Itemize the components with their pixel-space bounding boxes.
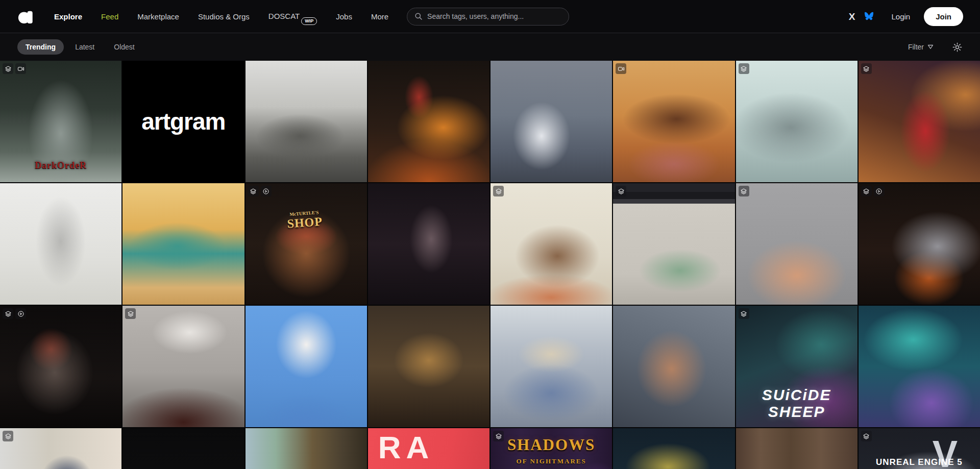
artwork-image (736, 183, 857, 305)
artwork-tile-train-interior[interactable] (491, 306, 612, 427)
nav-item-doscat[interactable]: DOSCATWIP (268, 12, 317, 21)
artwork-image (859, 183, 980, 305)
artwork-image (859, 428, 980, 469)
layers-icon (125, 308, 136, 319)
nav-item-marketplace[interactable]: Marketplace (137, 12, 179, 21)
artwork-tile-dragon-sculpt[interactable] (859, 183, 980, 305)
video-icon (15, 63, 26, 74)
join-button[interactable]: Join (924, 7, 963, 26)
search-input[interactable] (427, 12, 561, 20)
search-icon (414, 12, 423, 20)
main-nav: ExploreFeedMarketplaceStudios & OrgsDOSC… (54, 12, 388, 21)
artwork-tile-witch-rider[interactable] (368, 306, 489, 427)
artwork-tile-red-agent-poster[interactable]: RA (368, 428, 489, 469)
artwork-image (491, 183, 612, 305)
bluesky-icon[interactable] (864, 12, 874, 21)
artwork-image (246, 183, 367, 305)
artwork-tile-grove-creature[interactable] (246, 428, 367, 469)
artwork-image (736, 306, 857, 427)
layers-icon (739, 308, 749, 319)
artwork-tile-clay-hands[interactable] (736, 183, 857, 305)
top-navbar: ExploreFeedMarketplaceStudios & OrgsDOSC… (0, 0, 980, 33)
artwork-tile-elf-and-wolf[interactable] (0, 428, 121, 469)
artwork-image (736, 428, 857, 469)
artwork-image (859, 306, 980, 427)
tile-badges (3, 308, 26, 319)
artwork-tile-dark-order-boy[interactable]: DarkOrdeR (0, 61, 121, 182)
bluesky-butterfly-glyph (864, 12, 874, 21)
artwork-tile-shadows-of-nightmares[interactable]: SHADOWSOF NIGHTMARES (491, 428, 612, 469)
artwork-image (613, 306, 734, 427)
artwork-tile-red-demon[interactable] (859, 61, 980, 182)
tab-trending[interactable]: Trending (17, 39, 64, 55)
artwork-image (859, 61, 980, 182)
artwork-image (122, 306, 244, 427)
play-icon (874, 186, 885, 196)
tile-badges (616, 186, 626, 196)
artwork-tile-figure-sketch[interactable] (0, 183, 121, 305)
layers-icon (616, 186, 626, 196)
artwork-tile-desert-wreck[interactable] (246, 61, 367, 182)
artwork-tile-caped-demon[interactable] (0, 306, 121, 427)
artwork-tile-suicide-sheep[interactable]: SUiCiDESHEEP (736, 306, 857, 427)
tile-badges (493, 186, 504, 196)
artwork-image (736, 61, 857, 182)
tile-badges (248, 186, 272, 196)
tile-badges (3, 431, 13, 441)
artwork-tile-cyborg-fire[interactable] (368, 61, 489, 182)
artwork-tile-classic-car[interactable] (122, 306, 244, 427)
artwork-image (122, 428, 244, 469)
filter-dropdown[interactable]: Filter (908, 43, 934, 51)
artwork-tile-artgram-wordmark[interactable]: artgram (122, 61, 244, 182)
artwork-image (613, 428, 734, 469)
search-bar[interactable] (407, 8, 569, 26)
tab-oldest[interactable]: Oldest (106, 39, 142, 55)
artgram-logo[interactable] (17, 9, 37, 24)
artwork-image (368, 306, 489, 427)
artwork-tile-lion-meadow[interactable] (491, 183, 612, 305)
artwork-tile-unreal-graffiti-car[interactable]: VUNREAL ENGINE 5 (859, 428, 980, 469)
tile-badges (125, 308, 136, 319)
nav-item-jobs[interactable]: Jobs (336, 12, 352, 21)
layers-icon (248, 186, 259, 196)
tile-badges (739, 308, 749, 319)
artwork-tile-spider-mech[interactable] (736, 61, 857, 182)
login-link[interactable]: Login (891, 12, 910, 21)
artwork-tile-black-hair-back[interactable] (122, 428, 244, 469)
artwork-tile-werewolf-brawl[interactable] (613, 306, 734, 427)
artwork-image (246, 428, 367, 469)
artwork-tile-white-hair-girl[interactable] (246, 306, 367, 427)
play-icon (15, 308, 26, 319)
layers-icon (861, 63, 872, 74)
artwork-image (491, 61, 612, 182)
tile-badges (861, 431, 872, 441)
x-twitter-icon[interactable]: X (849, 12, 855, 21)
artwork-image (368, 183, 489, 305)
layers-icon (739, 186, 749, 196)
layers-icon (3, 63, 13, 74)
tile-badges (739, 63, 749, 74)
settings-gear-icon[interactable] (952, 42, 963, 53)
artwork-image (246, 306, 367, 427)
artwork-tile-turtle-shop[interactable]: McTURTLE'SSHOP (246, 183, 367, 305)
artwork-image (368, 428, 489, 469)
nav-item-feed[interactable]: Feed (101, 12, 118, 21)
nav-item-explore[interactable]: Explore (54, 12, 82, 21)
artwork-tile-pale-portrait[interactable] (368, 183, 489, 305)
artwork-tile-wave-runner[interactable] (122, 183, 244, 305)
artwork-tile-floating-rock[interactable] (613, 61, 734, 182)
layers-icon (861, 186, 872, 196)
artwork-image (246, 61, 367, 182)
artwork-tile-station-crowd[interactable] (491, 61, 612, 182)
artwork-tile-sea-nymph[interactable] (859, 306, 980, 427)
feed-filter-bar: TrendingLatestOldest Filter (0, 33, 980, 61)
video-icon (616, 63, 626, 74)
nav-item-studios-orgs[interactable]: Studios & Orgs (198, 12, 250, 21)
nav-item-more[interactable]: More (371, 12, 388, 21)
tile-badges (493, 431, 504, 441)
artwork-tile-manor-room[interactable] (736, 428, 857, 469)
artwork-image (491, 428, 612, 469)
tab-latest[interactable]: Latest (67, 39, 103, 55)
artwork-tile-blender-ui[interactable] (613, 183, 734, 305)
artwork-tile-rune-summon[interactable] (613, 428, 734, 469)
